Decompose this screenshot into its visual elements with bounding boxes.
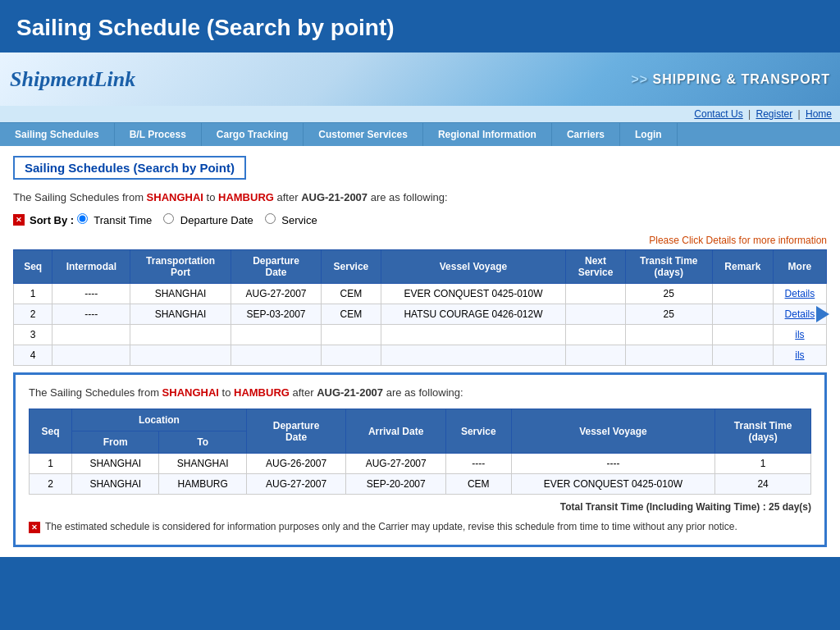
disclaimer-text: The estimated schedule is considered for… <box>45 521 737 532</box>
sort-departure-radio[interactable] <box>163 213 174 224</box>
sort-label: Sort By : <box>30 214 74 226</box>
total-transit: Total Transit Time (Including Waiting Ti… <box>29 501 811 513</box>
col-intermodal: Intermodal <box>52 250 130 284</box>
table-row: 4 ils <box>14 345 827 366</box>
details-link-1[interactable]: Details <box>785 288 815 299</box>
home-link[interactable]: Home <box>806 108 832 120</box>
sort-service[interactable]: Service <box>265 213 317 226</box>
detail-col-location: Location <box>72 409 247 431</box>
detail-col-transit: Transit Time(days) <box>715 409 811 454</box>
site-logo: ShipmentLink <box>10 67 135 92</box>
nav-bl-process[interactable]: B/L Process <box>115 123 202 146</box>
detail-col-to: To <box>159 431 246 454</box>
page-main-title: Sailing Schedule (Search by point) <box>16 15 824 41</box>
schedule-intro: The Sailing Schedules from SHANGHAI to H… <box>13 191 827 203</box>
nav-regional-information[interactable]: Regional Information <box>423 123 552 146</box>
main-content: Sailing Schedules (Search by Point) The … <box>0 146 840 557</box>
details-link-4[interactable]: ils <box>795 349 804 361</box>
details-link-2[interactable]: Details <box>785 308 815 320</box>
nav-customer-services[interactable]: Customer Services <box>304 123 423 146</box>
title-bar: Sailing Schedule (Search by point) <box>0 0 840 52</box>
col-transport-port: TransportationPort <box>130 250 231 284</box>
sort-icon: ✕ <box>13 214 25 226</box>
detail-table: Seq Location DepartureDate Arrival Date … <box>29 409 811 495</box>
details-link-3[interactable]: ils <box>795 329 804 340</box>
sort-transit-time[interactable]: Transit Time <box>77 213 152 226</box>
register-link[interactable]: Register <box>756 108 793 120</box>
col-next-service: NextService <box>566 250 625 284</box>
col-remark: Remark <box>712 250 773 284</box>
detail-table-row: 2 SHANGHAI HAMBURG AUG-27-2007 SEP-20-20… <box>30 474 811 495</box>
col-transit-time: Transit Time(days) <box>625 250 712 284</box>
sort-transit-radio[interactable] <box>77 213 88 224</box>
detail-col-seq: Seq <box>30 409 72 454</box>
detail-col-arr-date: Arrival Date <box>346 409 446 454</box>
main-schedule-table: Seq Intermodal TransportationPort Depart… <box>13 249 827 366</box>
site-header: ShipmentLink SHIPPING & TRANSPORT Contac… <box>0 52 840 146</box>
nav-carriers[interactable]: Carriers <box>552 123 620 146</box>
col-vessel-voyage: Vessel Voyage <box>381 250 566 284</box>
top-links-bar: Contact Us | Register | Home <box>0 106 840 122</box>
nav-bar: Sailing Schedules B/L Process Cargo Trac… <box>0 122 840 146</box>
nav-login[interactable]: Login <box>620 123 678 146</box>
section-title: Sailing Schedules (Search by Point) <box>13 156 246 180</box>
col-departure-date: DepartureDate <box>231 250 321 284</box>
nav-cargo-tracking[interactable]: Cargo Tracking <box>202 123 304 146</box>
sort-service-radio[interactable] <box>265 213 276 224</box>
table-row: 1 ---- SHANGHAI AUG-27-2007 CEM EVER CON… <box>14 284 827 304</box>
col-service: Service <box>322 250 381 284</box>
detail-popup: The Sailing Schedules from SHANGHAI to H… <box>13 372 827 547</box>
click-hint: Please Click Details for more informatio… <box>13 235 827 246</box>
disclaimer-icon: ✕ <box>29 522 40 533</box>
sort-bar: ✕ Sort By : Transit Time Departure Date … <box>13 213 827 226</box>
col-seq: Seq <box>14 250 52 284</box>
col-more: More <box>773 250 826 284</box>
detail-col-service: Service <box>445 409 511 454</box>
detail-col-from: From <box>72 431 159 454</box>
detail-table-row: 1 SHANGHAI SHANGHAI AUG-26-2007 AUG-27-2… <box>30 454 811 474</box>
popup-intro: The Sailing Schedules from SHANGHAI to H… <box>29 386 811 399</box>
sort-departure-date[interactable]: Departure Date <box>163 213 253 226</box>
contact-us-link[interactable]: Contact Us <box>694 108 742 120</box>
shipping-transport-label: SHIPPING & TRANSPORT <box>631 72 830 87</box>
logo-bar: ShipmentLink SHIPPING & TRANSPORT <box>0 52 840 106</box>
table-row: 3 ils <box>14 325 827 345</box>
nav-sailing-schedules[interactable]: Sailing Schedules <box>0 123 115 146</box>
disclaimer: ✕ The estimated schedule is considered f… <box>29 521 811 533</box>
detail-col-dep-date: DepartureDate <box>246 409 346 454</box>
detail-col-vessel: Vessel Voyage <box>511 409 715 454</box>
table-row: 2 ---- SHANGHAI SEP-03-2007 CEM HATSU CO… <box>14 304 827 325</box>
